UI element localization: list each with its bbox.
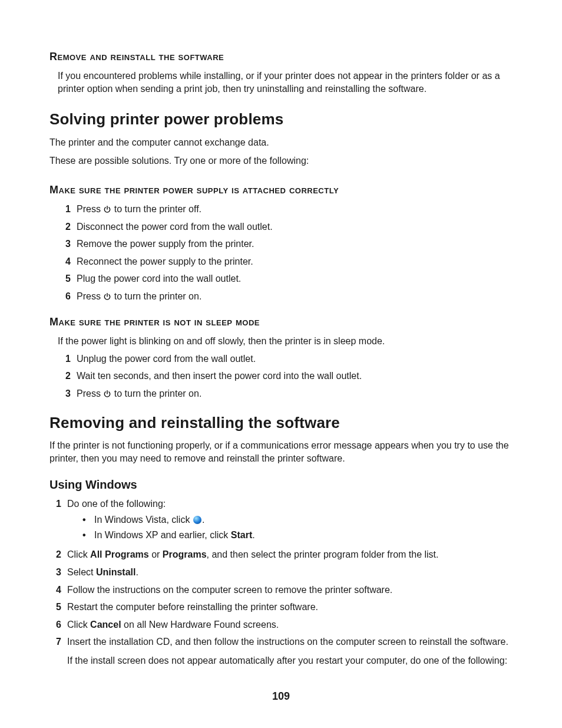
- step-item: 4Follow the instructions on the computer…: [52, 584, 513, 597]
- step-number: 6: [61, 290, 71, 303]
- step-text: Remove the power supply from the printer…: [77, 238, 513, 251]
- step-number: 4: [52, 584, 61, 597]
- step-text: Wait ten seconds, and then insert the po…: [77, 370, 513, 383]
- step-text: Plug the power cord into the wall outlet…: [77, 272, 513, 285]
- step-item: 2Wait ten seconds, and then insert the p…: [61, 370, 513, 383]
- heading-power-supply: Make sure the printer power supply is at…: [49, 183, 513, 197]
- step-number: 3: [61, 387, 71, 400]
- step-number: 1: [61, 203, 71, 216]
- step-text: Press to turn the printer off.: [77, 203, 513, 216]
- steps-sleep-mode: 1Unplug the power cord from the wall out…: [61, 353, 513, 400]
- step-text: Press to turn the printer on.: [77, 387, 513, 400]
- step-item: 1Unplug the power cord from the wall out…: [61, 353, 513, 365]
- step-item: 2Click All Programs or Programs, and the…: [52, 548, 513, 561]
- step-item: 4Reconnect the power supply to the print…: [61, 255, 513, 268]
- step-text: Press to turn the printer on.: [77, 290, 513, 303]
- body-remove-reinstall: If you encountered problems while instal…: [58, 70, 513, 95]
- step-number: 5: [52, 601, 61, 614]
- step-text: Follow the instructions on the computer …: [67, 584, 513, 597]
- step-number: 6: [52, 618, 61, 631]
- power-icon: [103, 292, 111, 301]
- step-item: 3Remove the power supply from the printe…: [61, 238, 513, 251]
- power-icon: [103, 205, 111, 213]
- step-text: Do one of the following:In Windows Vista…: [67, 498, 513, 544]
- step-item: 3Press to turn the printer on.: [61, 387, 513, 400]
- step-item: 3Select Uninstall.: [52, 566, 513, 579]
- step-text: Insert the installation CD, and then fol…: [67, 635, 513, 667]
- step-text: Unplug the power cord from the wall outl…: [77, 353, 513, 365]
- step-number: 2: [61, 220, 71, 233]
- steps-power-supply: 1Press to turn the printer off.2Disconne…: [61, 203, 513, 303]
- steps-using-windows: 1Do one of the following:In Windows Vist…: [52, 498, 513, 667]
- text-removing-intro: If the printer is not functioning proper…: [49, 439, 513, 465]
- heading-removing-reinstalling: Removing and reinstalling the software: [49, 413, 513, 433]
- step-followup: If the install screen does not appear au…: [67, 654, 513, 667]
- text-power-intro1: The printer and the computer cannot exch…: [49, 136, 513, 149]
- step-number: 2: [52, 548, 61, 561]
- document-page: Remove and reinstall the software If you…: [0, 0, 562, 728]
- step-item: 5Plug the power cord into the wall outle…: [61, 272, 513, 285]
- sub-bullets: In Windows Vista, click .In Windows XP a…: [82, 513, 513, 541]
- step-number: 2: [61, 370, 71, 383]
- step-text: Disconnect the power cord from the wall …: [77, 220, 513, 233]
- step-text: Select Uninstall.: [67, 566, 513, 579]
- step-text: Click Cancel on all New Hardware Found s…: [67, 618, 513, 631]
- step-item: 1Do one of the following:In Windows Vist…: [52, 498, 513, 544]
- step-item: 1Press to turn the printer off.: [61, 203, 513, 216]
- step-number: 1: [61, 353, 71, 365]
- heading-solving-power: Solving printer power problems: [49, 109, 513, 130]
- heading-using-windows: Using Windows: [49, 477, 513, 493]
- text-power-intro2: These are possible solutions. Try one or…: [49, 154, 513, 167]
- power-icon: [103, 390, 111, 398]
- step-number: 1: [52, 498, 61, 544]
- step-item: 6Click Cancel on all New Hardware Found …: [52, 618, 513, 631]
- step-text: Click All Programs or Programs, and then…: [67, 548, 513, 561]
- text-sleep-intro: If the power light is blinking on and of…: [58, 335, 513, 348]
- step-item: 2Disconnect the power cord from the wall…: [61, 220, 513, 233]
- page-number: 109: [0, 689, 562, 703]
- bullet-item: In Windows XP and earlier, click Start.: [82, 529, 513, 542]
- step-item: 5Restart the computer before reinstallin…: [52, 601, 513, 614]
- step-number: 5: [61, 272, 71, 285]
- step-item: 7Insert the installation CD, and then fo…: [52, 635, 513, 667]
- heading-sleep-mode: Make sure the printer is not in sleep mo…: [49, 315, 513, 329]
- windows-orb-icon: [193, 516, 201, 524]
- step-item: 6Press to turn the printer on.: [61, 290, 513, 303]
- step-text: Restart the computer before reinstalling…: [67, 601, 513, 614]
- step-number: 3: [61, 238, 71, 251]
- step-number: 7: [52, 635, 61, 667]
- bullet-item: In Windows Vista, click .: [82, 513, 513, 526]
- step-text: Reconnect the power supply to the printe…: [77, 255, 513, 268]
- heading-remove-reinstall: Remove and reinstall the software: [49, 50, 513, 64]
- step-number: 3: [52, 566, 61, 579]
- step-number: 4: [61, 255, 71, 268]
